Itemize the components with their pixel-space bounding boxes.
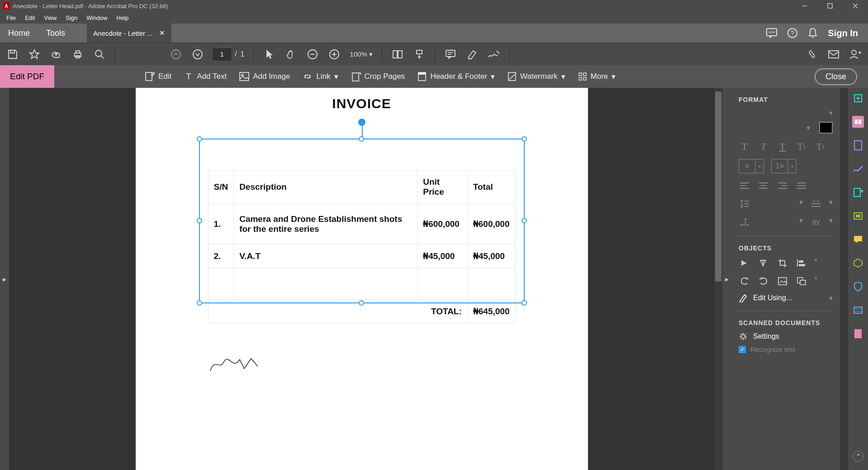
- rail-redact-icon[interactable]: [852, 328, 864, 340]
- line-spacing-icon[interactable]: [739, 198, 750, 210]
- flip-v-icon[interactable]: [739, 257, 750, 269]
- char-spacing-icon[interactable]: AV: [810, 216, 822, 228]
- edit-tool-edit[interactable]: Edit: [145, 72, 171, 82]
- zoom-out-icon[interactable]: [306, 48, 319, 61]
- star-icon[interactable]: [28, 48, 41, 61]
- menu-window[interactable]: Window: [82, 13, 112, 23]
- tab-home[interactable]: Home: [0, 24, 38, 43]
- edit-using-dropdown[interactable]: Edit Using... ▾: [739, 293, 833, 302]
- page-input[interactable]: [213, 48, 231, 60]
- resize-handle[interactable]: [522, 218, 527, 223]
- bell-icon[interactable]: [808, 28, 818, 38]
- rotate-cw-icon[interactable]: [758, 275, 769, 287]
- rail-export-icon[interactable]: [852, 139, 864, 151]
- selection-box[interactable]: [199, 139, 525, 303]
- align-left-icon[interactable]: [739, 180, 750, 192]
- resize-handle[interactable]: [359, 300, 364, 306]
- bullet-list-icon[interactable]: ≡▾: [739, 159, 764, 173]
- edit-tool-watermark[interactable]: Watermark ▾: [508, 72, 565, 82]
- hand-icon[interactable]: [285, 48, 297, 61]
- edit-tool-crop[interactable]: Crop Pages: [351, 72, 405, 82]
- recognize-text-checkbox[interactable]: ✓ Recognize text: [739, 345, 833, 353]
- right-panel-toggle[interactable]: ▸: [722, 88, 731, 470]
- panel-scrollbar[interactable]: [840, 88, 848, 470]
- edit-tool-addtext[interactable]: TAdd Text: [184, 72, 227, 81]
- minimize-button[interactable]: [792, 0, 817, 12]
- rail-sign-icon[interactable]: [852, 163, 864, 175]
- align-center-icon[interactable]: [758, 180, 769, 192]
- help-icon[interactable]: ?: [787, 28, 798, 38]
- resize-handle[interactable]: [197, 218, 202, 223]
- scanned-settings[interactable]: Settings: [739, 332, 833, 341]
- tab-close-icon[interactable]: ✕: [159, 29, 165, 37]
- menu-sign[interactable]: Sign: [61, 13, 82, 23]
- resize-handle[interactable]: [197, 300, 202, 306]
- page-down-icon[interactable]: [191, 48, 204, 61]
- scroll-mode-icon[interactable]: [413, 48, 426, 61]
- maximize-button[interactable]: [817, 0, 843, 12]
- save-icon[interactable]: [6, 48, 19, 61]
- share-user-icon[interactable]: [849, 48, 862, 61]
- edit-tool-addimage[interactable]: Add Image: [239, 72, 290, 81]
- menu-view[interactable]: View: [39, 13, 61, 23]
- search-icon[interactable]: [93, 48, 106, 61]
- zoom-level[interactable]: 100% ▾: [350, 50, 373, 58]
- rotate-ccw-icon[interactable]: [739, 275, 750, 287]
- resize-handle[interactable]: [522, 136, 527, 142]
- rail-collapse-icon[interactable]: ⌃: [853, 451, 863, 462]
- edit-tool-header[interactable]: Header & Footer ▾: [417, 72, 495, 82]
- underline-icon[interactable]: T: [777, 141, 788, 153]
- superscript-icon[interactable]: T1: [796, 141, 807, 153]
- number-list-icon[interactable]: 1≡▾: [771, 159, 797, 173]
- close-editpdf-button[interactable]: Close: [815, 68, 857, 85]
- align-obj-icon[interactable]: [796, 257, 807, 269]
- rail-protect-icon[interactable]: [852, 281, 864, 293]
- replace-image-icon[interactable]: [777, 275, 788, 287]
- comment-icon[interactable]: [766, 28, 777, 38]
- close-window-button[interactable]: [843, 0, 868, 12]
- menu-edit[interactable]: Edit: [20, 13, 39, 23]
- color-swatch[interactable]: [819, 122, 833, 134]
- cursor-icon[interactable]: [263, 48, 275, 61]
- rail-organize-icon[interactable]: [852, 187, 864, 198]
- edit-tool-more[interactable]: More ▾: [578, 72, 616, 82]
- rail-create-icon[interactable]: [852, 92, 864, 104]
- edit-tool-link[interactable]: Link ▾: [303, 72, 338, 82]
- paragraph-spacing-icon[interactable]: [810, 198, 822, 210]
- page-up-icon[interactable]: [170, 48, 182, 61]
- rail-combine-icon[interactable]: [852, 257, 864, 269]
- rail-comment-icon[interactable]: [852, 234, 864, 245]
- italic-icon[interactable]: T: [758, 141, 769, 153]
- resize-handle[interactable]: [522, 300, 527, 306]
- bold-icon[interactable]: T: [739, 141, 750, 153]
- left-panel-toggle[interactable]: ▸: [0, 88, 9, 470]
- cloud-icon[interactable]: [50, 48, 62, 61]
- fit-width-icon[interactable]: [391, 48, 404, 61]
- tab-document[interactable]: Anecdote - Letter ... ✕: [87, 24, 171, 43]
- sign-tool-icon[interactable]: [488, 48, 500, 61]
- crop-obj-icon[interactable]: [777, 257, 788, 269]
- subscript-icon[interactable]: T1: [815, 141, 826, 153]
- menu-file[interactable]: File: [2, 13, 20, 23]
- print-icon[interactable]: [71, 48, 84, 61]
- flip-h-icon[interactable]: [758, 257, 769, 269]
- zoom-in-icon[interactable]: [328, 48, 341, 61]
- arrange-icon[interactable]: [796, 275, 807, 287]
- menu-help[interactable]: Help: [112, 13, 133, 23]
- resize-handle[interactable]: [197, 136, 202, 142]
- highlight-icon[interactable]: [466, 48, 479, 61]
- attach-icon[interactable]: [806, 48, 818, 61]
- align-justify-icon[interactable]: [796, 180, 807, 192]
- mail-icon[interactable]: [827, 48, 840, 61]
- align-right-icon[interactable]: [777, 180, 788, 192]
- tab-tools[interactable]: Tools: [38, 24, 73, 43]
- rail-edit-icon[interactable]: [852, 116, 864, 128]
- scrollbar-thumb[interactable]: [715, 91, 721, 282]
- pdf-page[interactable]: INVOICE S/N Description Unit Price Total…: [136, 88, 588, 470]
- rail-send-icon[interactable]: [852, 210, 864, 222]
- doc-vertical-scrollbar[interactable]: [714, 88, 722, 470]
- sign-in-button[interactable]: Sign In: [828, 28, 858, 38]
- rail-media-icon[interactable]: [852, 304, 864, 316]
- sticky-note-icon[interactable]: [444, 48, 457, 61]
- horizontal-scale-icon[interactable]: T: [739, 216, 750, 228]
